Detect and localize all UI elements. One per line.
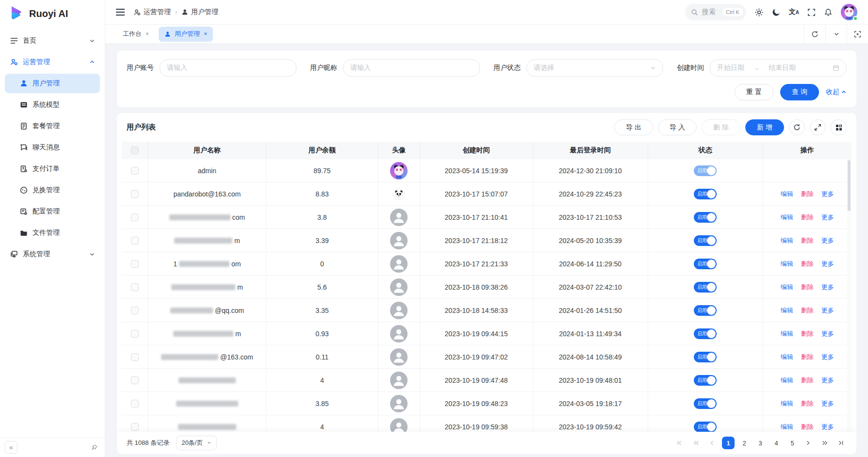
- breadcrumb-item-operations[interactable]: 运营管理: [133, 8, 171, 16]
- pin-icon[interactable]: [91, 444, 98, 451]
- row-avatar[interactable]: [390, 418, 408, 432]
- delete-link[interactable]: 删除: [801, 376, 814, 385]
- page-button-1[interactable]: 1: [722, 437, 735, 449]
- more-link[interactable]: 更多: [821, 376, 834, 385]
- delete-link[interactable]: 删除: [801, 236, 814, 245]
- created-date-range-input[interactable]: 开始日期 → 结束日期: [710, 59, 847, 77]
- row-avatar[interactable]: [390, 278, 408, 296]
- row-checkbox[interactable]: [131, 167, 139, 175]
- edit-link[interactable]: 编辑: [781, 213, 793, 222]
- status-toggle[interactable]: 启用: [694, 398, 717, 409]
- more-link[interactable]: 更多: [821, 329, 834, 338]
- delete-link[interactable]: 删除: [801, 329, 814, 338]
- tab-dropdown-chevron-icon[interactable]: [825, 25, 847, 43]
- row-avatar[interactable]: [390, 162, 408, 180]
- row-avatar[interactable]: [390, 348, 408, 366]
- delete-link[interactable]: 删除: [801, 423, 814, 431]
- reset-button[interactable]: 重置: [735, 84, 773, 100]
- edit-link[interactable]: 编辑: [781, 376, 793, 385]
- status-toggle[interactable]: 启用: [694, 189, 717, 199]
- page-size-select[interactable]: 20条/页: [176, 436, 217, 450]
- tab-refresh-icon[interactable]: [804, 25, 825, 43]
- collapse-filters-link[interactable]: 收起: [826, 88, 847, 97]
- delete-button[interactable]: 删除: [702, 119, 740, 135]
- edit-link[interactable]: 编辑: [781, 283, 793, 292]
- row-checkbox[interactable]: [131, 376, 139, 384]
- sidebar-subitem-套餐管理[interactable]: 套餐管理: [5, 116, 100, 136]
- account-input[interactable]: 请输入: [160, 59, 296, 77]
- status-select[interactable]: 请选择: [526, 59, 663, 77]
- sidebar-subitem-用户管理[interactable]: 用户管理: [5, 74, 100, 93]
- page-button-5[interactable]: 5: [786, 437, 799, 449]
- first-page-icon[interactable]: [674, 437, 687, 449]
- prev-page-icon[interactable]: [706, 437, 719, 449]
- row-avatar[interactable]: [390, 209, 408, 226]
- more-link[interactable]: 更多: [821, 423, 834, 431]
- settings-gear-icon[interactable]: [754, 8, 764, 17]
- delete-link[interactable]: 删除: [801, 213, 814, 222]
- row-checkbox[interactable]: [131, 190, 139, 198]
- sidebar-item-0[interactable]: 首页: [5, 31, 100, 50]
- last-page-icon[interactable]: [834, 437, 847, 449]
- add-button[interactable]: 新增: [745, 119, 784, 135]
- row-avatar[interactable]: [390, 395, 408, 412]
- export-button[interactable]: 导出: [614, 119, 653, 135]
- delete-link[interactable]: 删除: [801, 306, 814, 315]
- language-translate-icon[interactable]: 文A: [789, 8, 799, 16]
- more-link[interactable]: 更多: [821, 399, 834, 408]
- page-button-3[interactable]: 3: [754, 437, 767, 449]
- status-toggle[interactable]: 启用: [694, 328, 717, 339]
- status-toggle[interactable]: 启用: [694, 212, 717, 223]
- status-toggle[interactable]: 启用: [694, 352, 717, 362]
- status-toggle[interactable]: 启用: [694, 282, 717, 293]
- import-button[interactable]: 导入: [658, 119, 697, 135]
- sidebar-subitem-兑换管理[interactable]: 兑换管理: [5, 180, 100, 200]
- breadcrumb-item-users[interactable]: 用户管理: [181, 8, 218, 16]
- more-link[interactable]: 更多: [821, 283, 834, 292]
- notifications-bell-icon[interactable]: [824, 8, 833, 16]
- row-checkbox[interactable]: [131, 330, 139, 338]
- sidebar-collapse-button[interactable]: «: [5, 441, 17, 454]
- edit-link[interactable]: 编辑: [781, 329, 793, 338]
- edit-link[interactable]: 编辑: [781, 190, 793, 198]
- row-avatar[interactable]: [393, 188, 405, 200]
- next-page-icon[interactable]: [802, 437, 815, 449]
- row-checkbox[interactable]: [131, 423, 139, 431]
- row-avatar[interactable]: [390, 372, 408, 389]
- edit-link[interactable]: 编辑: [781, 353, 793, 361]
- status-toggle[interactable]: 启用: [694, 235, 717, 246]
- tab-用户管理[interactable]: 用户管理×: [159, 27, 213, 42]
- more-link[interactable]: 更多: [821, 260, 834, 268]
- more-link[interactable]: 更多: [821, 190, 834, 198]
- row-checkbox[interactable]: [131, 353, 139, 361]
- status-toggle[interactable]: 启用: [694, 165, 717, 176]
- sidebar-subitem-文件管理[interactable]: 文件管理: [5, 223, 100, 243]
- sidebar-item-2[interactable]: 系统管理: [5, 245, 100, 264]
- search-button[interactable]: 查询: [780, 84, 819, 100]
- tab-工作台[interactable]: 工作台×: [117, 27, 155, 42]
- delete-link[interactable]: 删除: [801, 260, 814, 268]
- user-avatar[interactable]: [841, 4, 857, 20]
- tab-fullscreen-icon[interactable]: [847, 25, 868, 43]
- row-checkbox[interactable]: [131, 307, 139, 314]
- table-fullscreen-icon[interactable]: [810, 119, 826, 135]
- row-checkbox[interactable]: [131, 260, 139, 268]
- edit-link[interactable]: 编辑: [781, 306, 793, 315]
- select-all-checkbox[interactable]: [131, 147, 139, 154]
- row-avatar[interactable]: [390, 302, 408, 319]
- delete-link[interactable]: 删除: [801, 399, 814, 408]
- delete-link[interactable]: 删除: [801, 283, 814, 292]
- page-button-4[interactable]: 4: [770, 437, 783, 449]
- row-checkbox[interactable]: [131, 283, 139, 291]
- fast-prev-icon[interactable]: [690, 437, 703, 449]
- sidebar-item-1[interactable]: 运营管理: [5, 52, 100, 72]
- tab-close-icon[interactable]: ×: [204, 31, 207, 37]
- status-toggle[interactable]: 启用: [694, 259, 717, 269]
- fullscreen-icon[interactable]: [807, 8, 816, 16]
- delete-link[interactable]: 删除: [801, 353, 814, 361]
- delete-link[interactable]: 删除: [801, 190, 814, 198]
- refresh-icon[interactable]: [789, 119, 805, 135]
- status-toggle[interactable]: 启用: [694, 422, 717, 432]
- nickname-input[interactable]: 请输入: [343, 59, 480, 77]
- global-search-input[interactable]: 搜索 Ctrl K: [685, 4, 746, 20]
